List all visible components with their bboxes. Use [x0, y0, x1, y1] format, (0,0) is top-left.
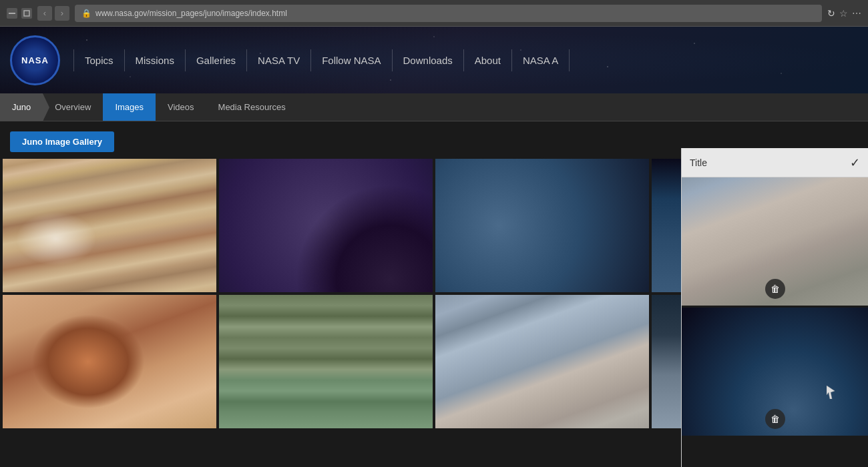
nasa-logo[interactable]: NASA [10, 35, 60, 85]
panel-images: 🗑 🗑 [682, 177, 868, 467]
nav-item-nasa-tv[interactable]: NASA TV [247, 49, 311, 71]
nasa-logo-text: NASA [21, 55, 49, 65]
main-navigation: Topics Missions Galleries NASA TV Follow… [73, 49, 570, 71]
gallery-image-5[interactable] [3, 295, 216, 428]
svg-marker-2 [827, 386, 835, 399]
gallery-image-1[interactable] [3, 159, 216, 292]
maximize-button[interactable] [21, 8, 32, 19]
nav-item-galleries[interactable]: Galleries [186, 49, 247, 71]
back-button[interactable]: ‹ [37, 6, 52, 21]
gallery-image-7[interactable] [435, 295, 649, 428]
toolbar-right: ↻ ☆ ⋯ [827, 8, 861, 19]
back-forward-controls: ‹ › [37, 6, 69, 21]
nav-item-downloads[interactable]: Downloads [393, 49, 464, 71]
subnav-overview[interactable]: Overview [43, 93, 103, 121]
panel-check-icon[interactable]: ✓ [850, 155, 860, 170]
subnav-media-resources[interactable]: Media Resources [206, 93, 298, 121]
nav-item-about[interactable]: About [464, 49, 512, 71]
subnav-images[interactable]: Images [103, 93, 156, 121]
lock-icon: 🔒 [81, 9, 91, 18]
panel-delete-button-1[interactable]: 🗑 [765, 279, 785, 299]
gallery-image-2[interactable] [219, 159, 433, 292]
gallery-button[interactable]: Juno Image Gallery [10, 131, 114, 152]
sub-navigation: Juno Overview Images Videos Media Resour… [0, 93, 868, 121]
subnav-juno[interactable]: Juno [0, 93, 43, 121]
panel-header: Title ✓ [682, 148, 868, 177]
bookmark-icon[interactable]: ☆ [839, 8, 848, 19]
reload-button[interactable]: ↻ [827, 8, 835, 19]
svg-rect-0 [9, 13, 15, 14]
cursor-indicator [827, 386, 835, 399]
more-icon[interactable]: ⋯ [852, 8, 861, 19]
url-text: www.nasa.gov/mission_pages/juno/images/i… [95, 9, 287, 18]
gallery-image-3[interactable] [435, 159, 649, 292]
panel-delete-button-2[interactable]: 🗑 [765, 409, 785, 429]
panel-image-1[interactable]: 🗑 [682, 177, 868, 308]
minimize-button[interactable] [7, 8, 17, 19]
panel-title: Title [690, 157, 707, 168]
subnav-videos[interactable]: Videos [156, 93, 206, 121]
browser-chrome: ‹ › 🔒 www.nasa.gov/mission_pages/juno/im… [0, 0, 868, 27]
nav-item-follow-nasa[interactable]: Follow NASA [311, 49, 392, 71]
window-controls [7, 8, 32, 19]
nav-item-missions[interactable]: Missions [125, 49, 186, 71]
gallery-image-6[interactable] [219, 295, 433, 428]
nav-item-nasa-a[interactable]: NASA A [512, 49, 570, 71]
main-content: Juno Image Gallery Title ✓ [0, 121, 868, 467]
nav-item-topics[interactable]: Topics [73, 49, 125, 71]
svg-rect-1 [24, 11, 29, 16]
forward-button[interactable]: › [55, 6, 69, 21]
panel-image-2[interactable]: 🗑 [682, 308, 868, 438]
address-bar[interactable]: 🔒 www.nasa.gov/mission_pages/juno/images… [75, 5, 822, 22]
side-panel: Title ✓ 🗑 🗑 [681, 148, 868, 467]
nasa-header: NASA Topics Missions Galleries NASA TV F… [0, 27, 868, 93]
